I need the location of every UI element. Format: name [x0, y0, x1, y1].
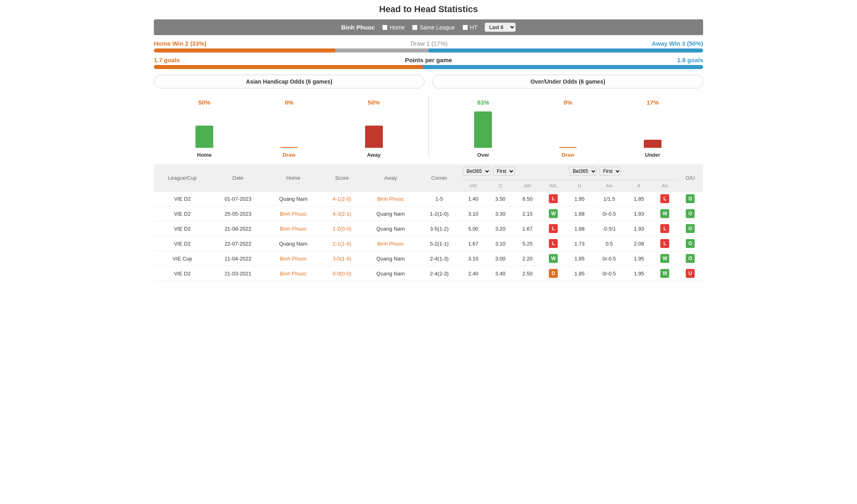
ppg-left-segment: [154, 65, 423, 69]
chart-away-label: Away: [367, 152, 381, 158]
over-under-tab[interactable]: Over/Under Odds (6 games): [433, 75, 703, 88]
cell-date: 22-07-2022: [211, 236, 265, 251]
cell-corner: 3-5(1-2): [419, 221, 460, 236]
wl-badge: L: [549, 239, 558, 248]
cell-hw: 3.10: [460, 206, 487, 221]
table-row: VIE D2 21-03-2021 Binh Phuoc 0-0(0-0) Qu…: [154, 266, 703, 281]
ou-chart: 83% Over 0% Draw 17% Under: [433, 95, 704, 158]
chart-under-pct: 17%: [647, 99, 659, 106]
cell-score: 0-0(0-0): [321, 266, 362, 281]
cell-ah-badge: L: [653, 221, 678, 236]
draw-label: Draw 1 (17%): [206, 40, 652, 47]
chart-over: 83% Over: [474, 99, 492, 158]
th-wl: W/L: [541, 180, 566, 191]
cell-hw: 3.10: [460, 251, 487, 266]
cell-wl: L: [541, 236, 566, 251]
th-group2: Bet365 First: [566, 164, 677, 180]
cell-corner: 5-2(1-1): [419, 236, 460, 251]
cell-away: Binh Phuoc: [362, 191, 419, 206]
cell-ou: O: [677, 206, 703, 221]
away-win-label: Away Win 3 (50%): [652, 40, 703, 47]
first-select-2[interactable]: First: [599, 167, 621, 176]
chart-divider: [428, 95, 429, 158]
away-segment: [428, 48, 703, 52]
cell-d: 3.40: [487, 266, 514, 281]
chart-draw-label: Draw: [283, 152, 296, 158]
wdl-section: Home Win 2 (33%) Draw 1 (17%) Away Win 3…: [154, 40, 703, 52]
cell-h: 1.88: [566, 206, 593, 221]
cell-score: 3-0(1-0): [321, 251, 362, 266]
cell-ou: O: [677, 191, 703, 206]
cell-score: 4-3(2-1): [321, 206, 362, 221]
cell-league: VIE Cup: [154, 251, 211, 266]
chart-home: 50% Home: [195, 99, 213, 158]
ht-checkbox[interactable]: [462, 25, 468, 30]
cell-date: 01-07-2023: [211, 191, 265, 206]
same-league-filter[interactable]: Same League: [412, 24, 455, 31]
chart-over-bar: [474, 111, 492, 148]
chart-away-bar: [365, 126, 383, 148]
chart-under: 17% Under: [644, 99, 662, 158]
cell-ou: O: [677, 236, 703, 251]
cell-date: 25-05-2023: [211, 206, 265, 221]
bet365-select-2[interactable]: Bet365: [569, 167, 597, 176]
cell-date: 11-04-2022: [211, 251, 265, 266]
cell-score: 2-1(1-0): [321, 236, 362, 251]
th-score: Score: [321, 164, 362, 191]
ou-badge: O: [686, 209, 695, 218]
home-win-label: Home Win 2 (33%): [154, 40, 206, 47]
ou-badge: O: [686, 254, 695, 263]
cell-ou: O: [677, 221, 703, 236]
cell-a: 1.95: [625, 266, 652, 281]
cell-league: VIE D2: [154, 236, 211, 251]
cell-wl: W: [541, 206, 566, 221]
chart-draw: 0% Draw: [280, 99, 298, 158]
th-aw: AW: [514, 180, 541, 191]
first-select-1[interactable]: First: [493, 167, 515, 176]
cell-away: Binh Phuoc: [362, 236, 419, 251]
cell-h: 1.85: [566, 251, 593, 266]
filter-bar: Binh Phuoc Home Same League HT Last 6 La…: [154, 19, 703, 35]
ah-badge: W: [660, 254, 669, 263]
wl-badge: D: [549, 269, 558, 278]
home-checkbox[interactable]: [382, 25, 388, 30]
cell-hw: 1.40: [460, 191, 487, 206]
team-name: Binh Phuoc: [341, 24, 375, 31]
ppg-section: 1.7 goals Points per game 1.8 goals: [154, 57, 703, 69]
home-filter[interactable]: Home: [382, 24, 405, 31]
wl-badge: L: [549, 194, 558, 203]
chart-draw-bar: [280, 147, 298, 148]
cell-corner: 1-2(1-0): [419, 206, 460, 221]
cell-h: 1.95: [566, 191, 593, 206]
cell-away: Quang Nam: [362, 221, 419, 236]
th-h: H: [566, 180, 593, 191]
ppg-bar: [154, 65, 703, 69]
chart-away-pct: 50%: [368, 99, 380, 106]
right-goals: 1.8 goals: [677, 57, 703, 63]
ah-badge: W: [660, 269, 669, 278]
th-league: League/Cup: [154, 164, 211, 191]
cell-ah: 0.5: [593, 236, 625, 251]
cell-d: 3.50: [487, 191, 514, 206]
cell-league: VIE D2: [154, 206, 211, 221]
cell-a: 1.93: [625, 221, 652, 236]
cell-aw: 5.25: [514, 236, 541, 251]
cell-h: 1.88: [566, 221, 593, 236]
cell-ah-badge: L: [653, 236, 678, 251]
cell-wl: L: [541, 191, 566, 206]
bet365-select-1[interactable]: Bet365: [463, 167, 491, 176]
asian-handicap-tab[interactable]: Asian Handicap Odds (6 games): [154, 75, 424, 88]
ppg-right-segment: [423, 65, 703, 69]
left-goals: 1.7 goals: [154, 57, 180, 63]
chart-under-bar: [644, 140, 662, 148]
ht-filter[interactable]: HT: [462, 24, 478, 31]
chart-ou-draw-bar: [559, 147, 577, 148]
cell-hw: 5.00: [460, 221, 487, 236]
wl-badge: L: [549, 224, 558, 233]
ah-badge: L: [660, 194, 669, 203]
cell-h: 1.85: [566, 266, 593, 281]
table-row: VIE D2 22-07-2022 Quang Nam 2-1(1-0) Bin…: [154, 236, 703, 251]
wl-badge: W: [549, 254, 558, 263]
same-league-checkbox[interactable]: [412, 25, 418, 30]
last-select[interactable]: Last 6 Last 10 Last 20: [485, 23, 516, 32]
